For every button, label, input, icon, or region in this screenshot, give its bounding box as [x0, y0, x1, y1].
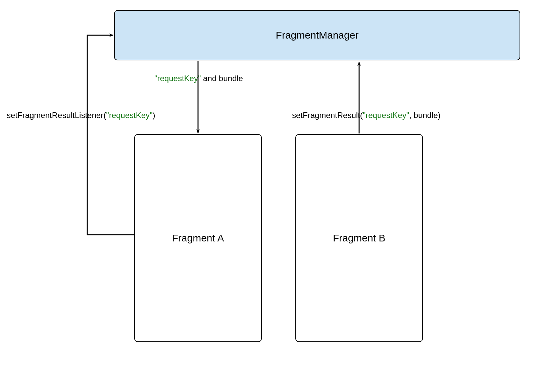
label-middle-suffix: and bundle	[201, 74, 243, 83]
box-fragment-a: Fragment A	[134, 134, 262, 342]
label-left-prefix: setFragmentResultListener(	[7, 111, 106, 120]
label-set-fragment-result-listener: setFragmentResultListener("requestKey")	[7, 111, 155, 120]
label-request-key-and-bundle: "requestKey" and bundle	[154, 74, 243, 83]
diagram-canvas: FragmentManager Fragment A Fragment B se…	[0, 0, 537, 392]
label-middle-key: "requestKey"	[154, 74, 201, 83]
label-set-fragment-result: setFragmentResult("requestKey", bundle)	[292, 111, 441, 120]
label-right-prefix: setFragmentResult(	[292, 111, 363, 120]
label-right-suffix: , bundle)	[409, 111, 440, 120]
label-left-key: "requestKey"	[106, 111, 152, 120]
box-fragment-b-label: Fragment B	[333, 232, 386, 244]
box-fragment-b: Fragment B	[295, 134, 423, 342]
label-right-key: "requestKey"	[363, 111, 409, 120]
box-fragment-manager: FragmentManager	[114, 10, 520, 60]
label-left-suffix: )	[153, 111, 155, 120]
box-fragment-manager-label: FragmentManager	[276, 30, 359, 41]
arrow-listener	[87, 35, 134, 235]
box-fragment-a-label: Fragment A	[172, 232, 224, 244]
